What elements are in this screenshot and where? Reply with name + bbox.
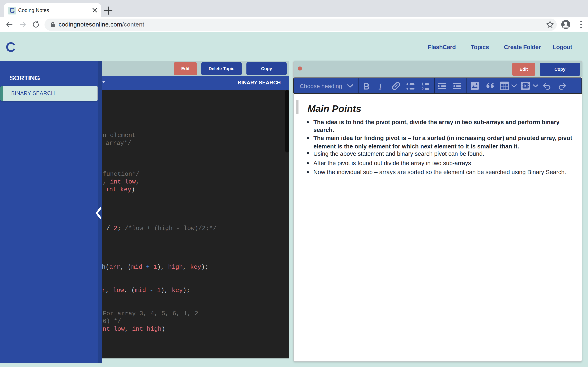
svg-text:1: 1	[421, 82, 424, 86]
svg-text:2: 2	[421, 87, 424, 91]
